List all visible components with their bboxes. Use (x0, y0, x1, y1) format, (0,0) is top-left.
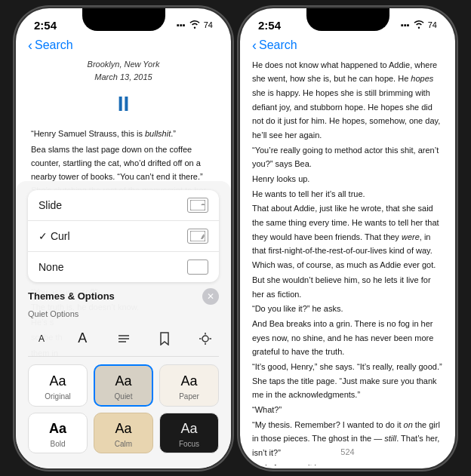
brightness-button[interactable] (192, 327, 219, 350)
font-increase-button[interactable]: A (69, 327, 96, 350)
right-book-text: He does not know what happened to Addie,… (252, 58, 443, 465)
bottom-panel: Slide ✓ Curl (16, 181, 231, 468)
nav-bar-right[interactable]: ‹ Search (240, 35, 455, 58)
battery-icon-right: 74 (428, 20, 437, 29)
slide-option-curl[interactable]: ✓ Curl (28, 221, 219, 252)
back-label-right: Search (259, 38, 297, 52)
none-icon (187, 259, 208, 275)
theme-card-bold[interactable]: Aa Bold (28, 413, 88, 453)
rp-1: He does not know what happened to Addie,… (252, 58, 443, 143)
theme-card-original[interactable]: Aa Original (28, 364, 88, 407)
back-label-left: Search (35, 38, 73, 52)
rp-12: And of course, it is. (252, 461, 443, 465)
wifi-icon (189, 20, 200, 30)
bookmark-button[interactable] (151, 327, 178, 350)
notch-right (306, 8, 389, 31)
svg-point-5 (202, 336, 208, 342)
theme-focus-text: Aa (180, 421, 197, 437)
rp-6: But she wouldn’t believe him, so he lets… (252, 273, 443, 301)
theme-quiet-label: Quiet (115, 392, 133, 401)
theme-quiet-text: Aa (115, 373, 131, 389)
book-location: Brooklyn, New YorkMarch 13, 2015 (31, 58, 216, 84)
back-button-right[interactable]: ‹ Search (252, 38, 297, 54)
chapter-number: II (31, 88, 216, 121)
slide-option-slide[interactable]: Slide (28, 190, 219, 221)
themes-row: Themes & Options ✕ (28, 288, 219, 305)
rp-10: “What?” (252, 403, 443, 417)
slide-options: Slide ✓ Curl (28, 190, 219, 282)
font-style-button[interactable] (110, 327, 137, 350)
theme-paper-text: Aa (180, 373, 197, 389)
rp-4: He wants to tell her it’s all true. (252, 187, 443, 201)
theme-bold-label: Bold (50, 440, 65, 448)
left-phone: 2:54 ▪▪▪ 74 ‹ Search (16, 8, 231, 468)
wifi-icon-right (414, 20, 424, 30)
theme-card-calm[interactable]: Aa Calm (94, 413, 153, 453)
slide-icon (187, 198, 208, 213)
curl-icon (187, 229, 208, 244)
back-button-left[interactable]: ‹ Search (28, 38, 73, 54)
theme-calm-text: Aa (115, 421, 131, 437)
nav-bar-left[interactable]: ‹ Search (16, 35, 231, 58)
signal-icon-right: ▪▪▪ (401, 20, 410, 29)
notch (82, 8, 165, 31)
time-right: 2:54 (258, 19, 281, 32)
font-decrease-button[interactable]: A (28, 327, 55, 350)
close-button[interactable]: ✕ (202, 288, 219, 305)
rp-7: “Do you like it?” he asks. (252, 302, 443, 316)
rp-8: And Bea breaks into a grin. There is no … (252, 317, 443, 359)
theme-original-label: Original (45, 392, 70, 401)
curl-label: ✓ Curl (38, 230, 70, 242)
theme-focus-label: Focus (179, 440, 199, 448)
quiet-options-label: Quiet Options (28, 309, 219, 318)
toolbar-row: A A (28, 323, 219, 357)
rp-5: That about Addie, just like he wrote, th… (252, 201, 443, 272)
battery-icon: 74 (204, 20, 213, 29)
rp-3: Henry looks up. (252, 172, 443, 186)
theme-bold-text: Aa (49, 421, 66, 437)
themes-grid: Aa Original Aa Quiet Aa Paper Aa Bold Aa (28, 364, 219, 453)
book-para-1: “Henry Samuel Strauss, this is bullshit.… (31, 127, 216, 140)
time-left: 2:54 (34, 19, 57, 32)
back-arrow-icon: ‹ (28, 38, 32, 54)
rp-2: “You’re really going to method actor thi… (252, 143, 443, 171)
book-content-right: He does not know what happened to Addie,… (240, 58, 455, 465)
status-icons-left: ▪▪▪ 74 (177, 20, 213, 30)
right-phone: 2:54 ▪▪▪ 74 ‹ Search (240, 8, 455, 468)
theme-card-focus[interactable]: Aa Focus (159, 413, 219, 453)
none-label: None (38, 261, 63, 273)
theme-card-paper[interactable]: Aa Paper (159, 364, 219, 407)
rp-9: “It’s good, Henry,” she says. “It’s real… (252, 360, 443, 402)
themes-label: Themes & Options (28, 290, 115, 302)
signal-icon: ▪▪▪ (177, 20, 186, 29)
phones-container: 2:54 ▪▪▪ 74 ‹ Search (8, 1, 463, 476)
status-icons-right: ▪▪▪ 74 (401, 20, 437, 30)
slide-option-none[interactable]: None (28, 252, 219, 282)
theme-card-quiet[interactable]: Aa Quiet (94, 364, 153, 407)
theme-calm-label: Calm (115, 440, 132, 448)
page-number: 524 (240, 447, 455, 456)
theme-original-text: Aa (49, 373, 66, 389)
slide-label: Slide (38, 199, 62, 211)
theme-paper-label: Paper (179, 392, 199, 401)
back-arrow-icon-right: ‹ (252, 38, 257, 54)
